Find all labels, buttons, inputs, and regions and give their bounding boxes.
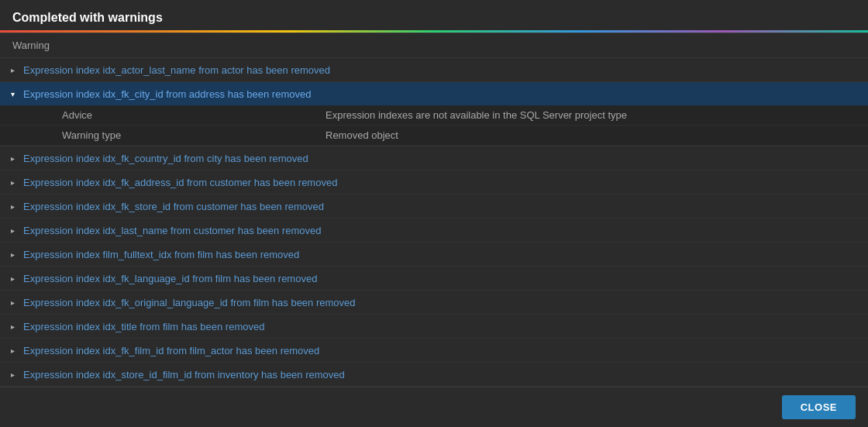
warning-row-toggle[interactable]: ▸ Expression index idx_fk_store_id from … [0, 195, 868, 218]
dialog-footer: CLOSE [0, 387, 868, 427]
warning-row: ▸ Expression index idx_fk_language_id fr… [0, 267, 868, 291]
chevron-down-icon: ▾ [6, 88, 19, 100]
chevron-right-icon: ▸ [6, 344, 19, 356]
warning-row-toggle[interactable]: ▸ Expression index idx_fk_film_id from f… [0, 339, 868, 362]
chevron-right-icon: ▸ [6, 368, 19, 381]
warning-row-text: Expression index idx_store_id_film_id fr… [23, 369, 345, 381]
title-bar: Completed with warnings [0, 0, 868, 33]
warning-row-text: Expression index idx_last_name from cust… [23, 225, 321, 236]
chevron-right-icon: ▸ [6, 64, 19, 76]
chevron-right-icon: ▸ [6, 152, 19, 164]
content-area: Warning ▸ Expression index idx_actor_las… [0, 33, 868, 387]
warning-row-text: Expression index idx_actor_last_name fro… [23, 64, 330, 76]
warning-row-text: Expression index idx_fk_original_languag… [23, 297, 356, 308]
warning-row-toggle[interactable]: ▸ Expression index idx_title from film h… [0, 315, 868, 338]
warning-row: ▸ Expression index idx_last_name from cu… [0, 219, 868, 243]
warning-row-text: Expression index idx_title from film has… [23, 321, 264, 332]
chevron-right-icon: ▸ [6, 224, 19, 236]
chevron-right-icon: ▸ [6, 320, 19, 332]
warning-row-text: Expression index idx_fk_film_id from fil… [23, 345, 319, 356]
advice-value: Expression indexes are not available in … [326, 109, 627, 121]
detail-row-advice: Advice Expression indexes are not availa… [0, 105, 868, 126]
advice-label: Advice [62, 109, 326, 121]
warning-row-toggle[interactable]: ▸ Expression index idx_store_id_film_id … [0, 363, 868, 386]
warning-row-text: Expression index idx_fk_country_id from … [23, 153, 308, 164]
chevron-right-icon: ▸ [6, 248, 19, 260]
warning-row-toggle[interactable]: ▸ Expression index idx_fk_original_langu… [0, 291, 868, 314]
warning-row-toggle[interactable]: ▸ Expression index idx_last_name from cu… [0, 219, 868, 242]
chevron-right-icon: ▸ [6, 296, 19, 308]
warning-row: ▸ Expression index idx_fk_address_id fro… [0, 170, 868, 195]
warning-type-value: Removed object [326, 129, 398, 141]
warning-row: ▸ Expression index idx_store_id_film_id … [0, 363, 868, 387]
chevron-right-icon: ▸ [6, 176, 19, 188]
warning-row-text: Expression index idx_fk_address_id from … [23, 177, 337, 188]
warning-row-toggle[interactable]: ▸ Expression index film_fulltext_idx fro… [0, 243, 868, 266]
warning-type-label: Warning type [62, 129, 326, 141]
warning-row-toggle[interactable]: ▾ Expression index idx_fk_city_id from a… [0, 82, 868, 105]
warning-row: ▸ Expression index idx_fk_store_id from … [0, 195, 868, 219]
warning-row-text: Expression index idx_fk_store_id from cu… [23, 201, 324, 212]
table-header: Warning [0, 33, 868, 58]
warning-row-toggle[interactable]: ▸ Expression index idx_fk_language_id fr… [0, 267, 868, 290]
warning-row-toggle[interactable]: ▸ Expression index idx_fk_country_id fro… [0, 146, 868, 170]
warning-row-text: Expression index film_fulltext_idx from … [23, 249, 299, 260]
dialog: Completed with warnings Warning ▸ Expres… [0, 0, 868, 427]
warning-row-text: Expression index idx_fk_city_id from add… [23, 88, 311, 100]
warning-row-toggle[interactable]: ▸ Expression index idx_actor_last_name f… [0, 58, 868, 81]
close-button[interactable]: CLOSE [782, 395, 856, 419]
warning-row: ▸ Expression index idx_fk_film_id from f… [0, 339, 868, 363]
warning-row: ▸ Expression index idx_fk_original_langu… [0, 291, 868, 315]
warning-row: ▸ Expression index idx_actor_last_name f… [0, 58, 868, 82]
warning-row: ▸ Expression index idx_title from film h… [0, 315, 868, 339]
warning-row-text: Expression index idx_fk_language_id from… [23, 273, 317, 284]
warning-row: ▾ Expression index idx_fk_city_id from a… [0, 82, 868, 146]
warning-row: ▸ Expression index film_fulltext_idx fro… [0, 243, 868, 267]
chevron-right-icon: ▸ [6, 272, 19, 284]
chevron-right-icon: ▸ [6, 200, 19, 212]
dialog-title: Completed with warnings [12, 11, 163, 24]
warning-row-toggle[interactable]: ▸ Expression index idx_fk_address_id fro… [0, 170, 868, 194]
detail-row-warning-type: Warning type Removed object [0, 126, 868, 146]
warning-column-header: Warning [12, 40, 50, 51]
warning-row: ▸ Expression index idx_fk_country_id fro… [0, 146, 868, 170]
warning-detail-rows: Advice Expression indexes are not availa… [0, 105, 868, 146]
